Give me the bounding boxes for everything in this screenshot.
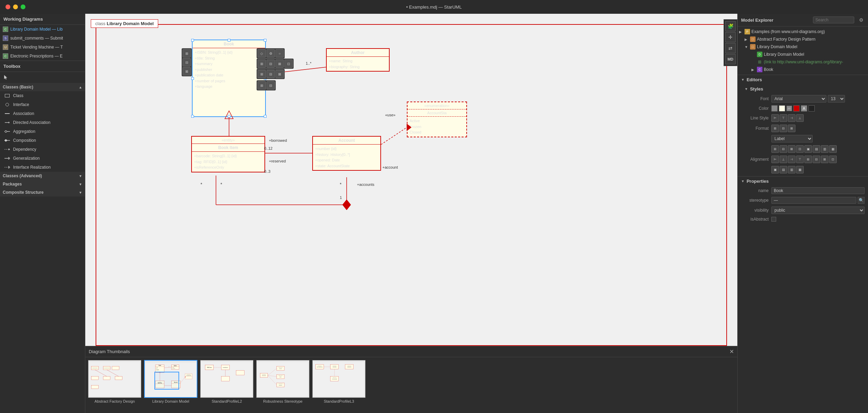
close-button[interactable]: [6, 4, 10, 9]
align-btn1[interactable]: ⊢: [771, 156, 779, 163]
author-box[interactable]: Author +name: String +biography: String: [326, 48, 390, 72]
ig1[interactable]: ⊞: [771, 145, 779, 153]
ig7[interactable]: ▥: [821, 145, 828, 153]
font-select[interactable]: Arial: [771, 95, 826, 103]
format-btn2[interactable]: ⊟: [780, 125, 787, 132]
align2-btn1[interactable]: ▣: [771, 166, 779, 173]
align-btn7[interactable]: ⊠: [821, 156, 828, 163]
prop-stereotype-search[interactable]: 🔍: [858, 197, 865, 204]
tool-dependency[interactable]: Dependency: [0, 145, 85, 154]
float-btn-gear[interactable]: ⚙: [267, 49, 275, 57]
handle-bl[interactable]: [191, 115, 194, 118]
float-btn-circle[interactable]: ○: [275, 49, 284, 57]
thumb-robustness[interactable]: «metaclass» UMLClass «stereotype» contro…: [256, 360, 310, 403]
prop-visibility-select[interactable]: public private protected package: [771, 206, 865, 214]
align2-btn3[interactable]: ▥: [788, 166, 795, 173]
handle-br[interactable]: [264, 115, 267, 118]
properties-toggle[interactable]: ▼ Properties: [738, 177, 868, 186]
tool-association[interactable]: Association: [0, 109, 85, 118]
line-style-btn3[interactable]: ⊣: [788, 114, 795, 122]
ig3[interactable]: ⊠: [788, 145, 795, 153]
md-icon[interactable]: MD: [725, 54, 736, 64]
puzzle-icon[interactable]: 🧩: [725, 21, 736, 31]
tree-abstract-factory[interactable]: ▶ □ Abstract Factory Design Pattern: [738, 35, 868, 43]
line-style-btn2[interactable]: ⊤: [780, 114, 787, 122]
thumb-standardprofile-l2[interactable]: UMLClass «metaclass» StandardProfileL2: [200, 360, 253, 403]
float-btn-a[interactable]: ⊞: [258, 70, 266, 78]
ig6[interactable]: ▤: [813, 145, 820, 153]
align-btn8[interactable]: ⊡: [829, 156, 837, 163]
section-packages[interactable]: Packages ▼: [0, 180, 85, 188]
float-btn-dash[interactable]: ⊠: [275, 60, 284, 68]
account-box[interactable]: Account +number {id} +history: History[0…: [312, 136, 381, 171]
float-btn-left2[interactable]: ⊟: [183, 58, 191, 66]
swatch-text[interactable]: A: [801, 105, 807, 112]
format-btn3[interactable]: ⊠: [788, 125, 795, 132]
book-box[interactable]: Book +ISBN: String[0..1] {id} +title: St…: [192, 40, 266, 117]
align2-btn2[interactable]: ▤: [780, 166, 787, 173]
align-btn2[interactable]: ⊥: [780, 156, 787, 163]
float-btn-diamond[interactable]: ◇: [258, 49, 266, 57]
book-item-box[interactable]: «entity» Book Item +barcode: String[0..1…: [191, 136, 265, 172]
diagram-item-ticket[interactable]: U Ticket Vending Machine — T: [0, 43, 85, 52]
float-btn-c[interactable]: ⊠: [275, 70, 284, 78]
align-btn6[interactable]: ⊟: [813, 156, 820, 163]
editors-toggle[interactable]: ▼ Editors: [738, 75, 868, 84]
line-style-btn1[interactable]: ⊢: [771, 114, 779, 122]
canvas[interactable]: class Library Domain Model 🧩 ✛ ⇄ MD 1..*: [85, 14, 737, 346]
tree-library-parent[interactable]: ▼ □ Library Domain Model: [738, 43, 868, 51]
tool-generalization[interactable]: Generalization: [0, 154, 85, 163]
swatch-fill[interactable]: [779, 105, 785, 112]
maximize-button[interactable]: [21, 4, 25, 9]
model-search-input[interactable]: [813, 17, 854, 23]
ig2[interactable]: ⊟: [780, 145, 787, 153]
handle-tm[interactable]: [228, 39, 230, 42]
font-size-select[interactable]: 13: [828, 95, 845, 103]
tree-book[interactable]: ▶ C Book: [738, 66, 868, 73]
thumb-abstract-factory[interactable]: AbstractFactory ConcreteFactory1: [88, 360, 141, 403]
float-btn-left3[interactable]: ⊠: [183, 67, 191, 75]
settings-icon[interactable]: ⚙: [858, 17, 865, 23]
tool-class[interactable]: Class: [0, 91, 85, 100]
float-btn-d[interactable]: ⊞: [258, 81, 266, 89]
thumbnails-close-button[interactable]: ✕: [729, 348, 734, 355]
swatch-red[interactable]: [793, 105, 800, 112]
tool-interface-realization[interactable]: Interface Realization: [0, 163, 85, 172]
move-icon[interactable]: ✛: [725, 32, 736, 42]
format-btn1[interactable]: ⊞: [771, 125, 779, 132]
prop-name-input[interactable]: [771, 187, 865, 194]
line-style-btn4[interactable]: ⊥: [796, 114, 804, 122]
diagram-item-library[interactable]: C Library Domain Model — Lib: [0, 25, 85, 34]
prop-stereotype-input[interactable]: [771, 197, 856, 204]
ig4[interactable]: ⊡: [796, 145, 804, 153]
diagram-item-submit[interactable]: S submit_comments — Submit: [0, 34, 85, 43]
ig5[interactable]: ▣: [804, 145, 812, 153]
tree-library-diag[interactable]: D Library Domain Model: [738, 51, 868, 58]
handle-tr[interactable]: [264, 39, 267, 42]
align-btn4[interactable]: ⊤: [796, 156, 804, 163]
toolbox-cursor[interactable]: [0, 72, 85, 83]
swatch-border[interactable]: [771, 105, 778, 112]
thumb-library[interactable]: Book +ISBN +title +summary +publisher Au…: [144, 360, 197, 403]
diagram-item-electronic[interactable]: C Electronic Prescriptions — E: [0, 52, 85, 61]
tree-examples-root[interactable]: ▶ P Examples (from www.uml-diagrams.org): [738, 28, 868, 35]
handle-bm[interactable]: [228, 115, 230, 118]
tool-aggregation[interactable]: Aggregation: [0, 127, 85, 136]
ig8[interactable]: ▦: [829, 145, 837, 153]
tree-link[interactable]: ⊞ (link to http://www.uml-diagrams.org/l…: [738, 58, 868, 66]
swatch-edit[interactable]: ✏: [786, 106, 792, 111]
prop-abstract-checkbox[interactable]: [771, 217, 776, 222]
float-btn-b[interactable]: ⊟: [267, 70, 275, 78]
styles-toggle[interactable]: ▼ Styles: [738, 84, 868, 94]
tool-directed-assoc[interactable]: Directed Association: [0, 118, 85, 127]
align-btn3[interactable]: ⊣: [788, 156, 795, 163]
align-btn5[interactable]: ⊞: [804, 156, 812, 163]
tool-interface[interactable]: Interface: [0, 100, 85, 109]
tool-composition[interactable]: Composition: [0, 136, 85, 145]
format-label-select[interactable]: Label: [771, 135, 813, 142]
handle-tl[interactable]: [191, 39, 194, 42]
section-composite[interactable]: Composite Structure ▼: [0, 188, 85, 197]
minimize-button[interactable]: [13, 4, 18, 9]
section-classes-basic[interactable]: Classes (Basic) ▲: [0, 83, 85, 91]
account-state-box[interactable]: «enumeration» AccountSta Active Frozen C…: [407, 102, 467, 137]
